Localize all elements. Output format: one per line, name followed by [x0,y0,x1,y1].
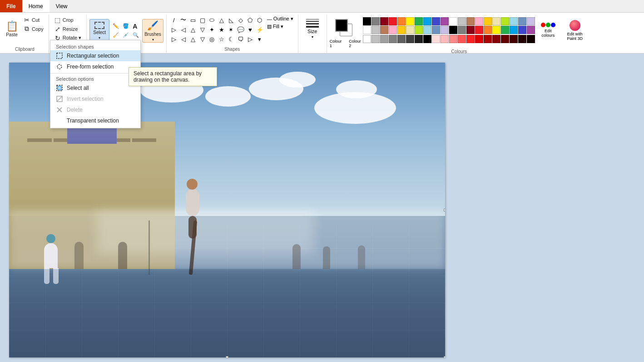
paste-button[interactable]: 📋 Paste [4,15,20,43]
color-cell[interactable] [423,17,431,25]
color-cell[interactable] [449,26,457,34]
shape-right-triangle[interactable]: ◺ [227,15,236,24]
freeform-selection-item[interactable]: Free-form selection [50,61,140,72]
shape-down[interactable]: ▾ [255,34,264,44]
tab-home[interactable]: Home [22,0,50,12]
shape-more[interactable]: ▷ [169,34,178,44]
shape-more7[interactable]: ☾ [227,34,236,44]
color-cell[interactable] [475,35,483,43]
color-cell[interactable] [380,26,388,34]
color-cell[interactable] [415,17,423,25]
color-cell[interactable] [389,17,397,25]
shape-more5[interactable]: ◎ [208,34,217,44]
tab-view[interactable]: View [50,0,74,12]
shape-line[interactable]: / [169,15,178,24]
shape-heart[interactable]: ♥ [246,25,255,34]
shape-more9[interactable]: ▷ [246,34,255,44]
shape-triangle[interactable]: △ [217,15,226,24]
shape-more8[interactable]: 🗨 [236,34,245,44]
color-cell[interactable] [510,26,518,34]
color-cell[interactable] [372,17,380,25]
color-cell[interactable] [484,35,492,43]
edit-paint3d-button[interactable]: Edit with Paint 3D [561,15,589,45]
color-cell[interactable] [527,17,535,25]
shape-hexagon[interactable]: ⬡ [255,15,264,24]
eraser-button[interactable]: 🧹 [111,31,120,39]
pencil-button[interactable]: ✏️ [111,22,120,30]
color-cell[interactable] [380,17,388,25]
color-cell[interactable] [406,17,414,25]
fill-button[interactable]: ▧ Fill ▾ [265,23,295,30]
color-cell[interactable] [492,17,500,25]
shape-star5[interactable]: ★ [217,25,226,34]
color-cell[interactable] [389,35,397,43]
magnifier-button[interactable]: 🔍 [131,31,140,39]
color-cell[interactable] [372,35,380,43]
outline-button[interactable]: — Outline ▾ [265,15,295,22]
transparent-selection-item[interactable]: Transparent selection [50,115,140,126]
shape-more2[interactable]: ◁ [179,34,188,44]
canvas-resize-rm[interactable] [444,209,445,211]
shape-arrow-u[interactable]: △ [188,25,198,34]
color-cell[interactable] [466,17,475,25]
shape-arrow-l[interactable]: ◁ [179,25,188,34]
fill-bucket-button[interactable]: 🪣 [121,22,130,30]
color-cell[interactable] [475,26,483,34]
color-cell[interactable] [432,35,440,43]
shape-curve[interactable]: 〜 [179,15,188,24]
color-cell[interactable] [397,35,406,43]
text-button[interactable]: A [131,22,139,30]
color-cell[interactable] [510,17,518,25]
shape-more6[interactable]: ☆ [217,34,226,44]
color-cell[interactable] [518,26,526,34]
color-cell[interactable] [432,17,440,25]
color-cell[interactable] [406,35,414,43]
color-cell[interactable] [527,35,535,43]
color-cell[interactable] [492,35,500,43]
colorpicker-button[interactable]: 💉 [121,31,130,39]
canvas-resize-br[interactable] [444,356,445,357]
shape-rect[interactable]: ▭ [188,15,198,24]
color-cell[interactable] [458,17,466,25]
crop-button[interactable]: ⬚ Crop [52,15,84,24]
shape-arrow-r[interactable]: ▷ [169,25,178,34]
color-cell[interactable] [501,17,509,25]
color-cell[interactable] [389,26,397,34]
shape-star4[interactable]: ✦ [208,25,217,34]
color-cell[interactable] [527,26,535,34]
shape-diamond[interactable]: ◇ [236,15,245,24]
color-cell[interactable] [406,26,414,34]
color-cell[interactable] [415,26,423,34]
color-cell[interactable] [475,17,483,25]
tab-file[interactable]: File [0,0,22,12]
color-cell[interactable] [423,35,431,43]
color-cell[interactable] [518,17,526,25]
color-cell[interactable] [449,35,457,43]
color-cell[interactable] [449,17,457,25]
shape-rect-rounded[interactable]: ▢ [198,15,207,24]
color-cell[interactable] [466,35,475,43]
color-cell[interactable] [441,26,449,34]
shape-ellipse[interactable]: ⬭ [208,15,217,24]
color-cell[interactable] [397,26,406,34]
color-cell[interactable] [372,26,380,34]
color-cell[interactable] [380,35,388,43]
shape-star6[interactable]: ✶ [227,25,236,34]
canvas-resize-bm[interactable] [226,356,228,357]
color-cell[interactable] [441,35,449,43]
color-cell[interactable] [363,35,371,43]
color-cell[interactable] [423,26,431,34]
shape-lightning[interactable]: ⚡ [255,25,264,34]
color1-swatch[interactable] [335,19,348,32]
cut-button[interactable]: ✂ Cut [21,15,46,24]
resize-button[interactable]: ⤢ Resize [52,24,84,33]
shape-pentagon[interactable]: ⬠ [246,15,255,24]
select-all-item[interactable]: Select all [50,83,140,93]
shape-callout[interactable]: 💬 [236,25,245,34]
brushes-button[interactable]: 🖌️ Brushes ▾ [142,19,163,43]
color-cell[interactable] [492,26,500,34]
shape-more3[interactable]: △ [188,34,198,44]
color-cell[interactable] [466,26,475,34]
edit-colors-button[interactable]: Edit colours [537,15,560,45]
color-cell[interactable] [363,26,371,34]
